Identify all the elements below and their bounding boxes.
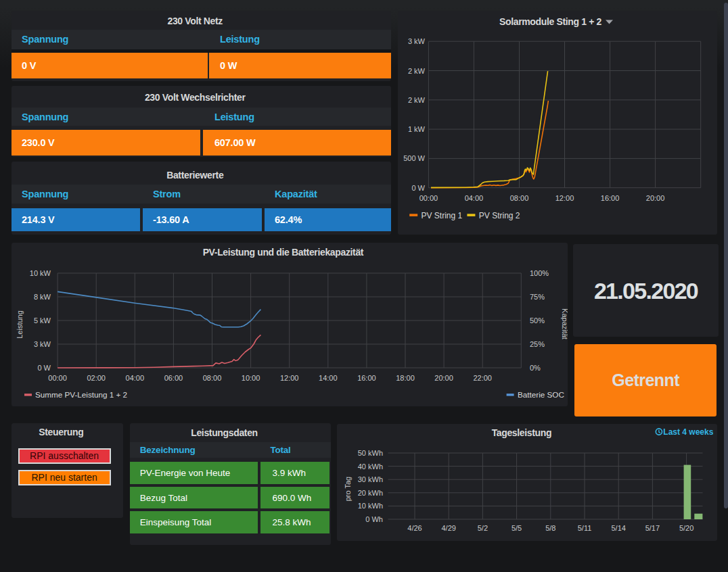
- svg-text:30 kWh: 30 kWh: [357, 475, 382, 483]
- svg-text:Kapazität: Kapazität: [561, 308, 568, 339]
- svg-text:02:00: 02:00: [87, 373, 106, 381]
- svg-text:40 kWh: 40 kWh: [357, 462, 382, 471]
- svg-text:5/17: 5/17: [645, 524, 659, 532]
- svg-text:PV String 1: PV String 1: [422, 211, 463, 220]
- svg-text:Tagesleistung: Tagesleistung: [491, 427, 551, 438]
- svg-text:Summe PV-Leistung 1 + 2: Summe PV-Leistung 1 + 2: [35, 389, 127, 398]
- svg-text:3 kW: 3 kW: [34, 340, 51, 348]
- svg-text:12:00: 12:00: [555, 194, 574, 202]
- svg-text:08:00: 08:00: [203, 373, 222, 381]
- svg-text:3 kW: 3 kW: [408, 37, 426, 45]
- svg-text:00:00: 00:00: [48, 373, 67, 381]
- svg-text:50%: 50%: [530, 316, 545, 325]
- svg-text:25%: 25%: [530, 340, 545, 348]
- svg-text:04:00: 04:00: [465, 194, 484, 202]
- svg-text:04:00: 04:00: [126, 373, 145, 381]
- svg-text:Leistung: Leistung: [16, 310, 24, 339]
- svg-text:16:00: 16:00: [357, 373, 376, 381]
- svg-text:Last 4 weeks: Last 4 weeks: [663, 427, 713, 437]
- svg-text:20:00: 20:00: [646, 194, 665, 202]
- svg-text:75%: 75%: [530, 293, 545, 301]
- svg-text:5 kW: 5 kW: [34, 316, 51, 325]
- svg-text:Solarmodule Sting 1 + 2: Solarmodule Sting 1 + 2: [499, 16, 602, 27]
- svg-text:Batterie SOC: Batterie SOC: [518, 389, 564, 398]
- svg-text:5/14: 5/14: [611, 524, 625, 532]
- svg-text:0%: 0%: [530, 364, 541, 372]
- svg-text:14:00: 14:00: [319, 373, 338, 381]
- svg-text:12:00: 12:00: [280, 373, 299, 381]
- svg-text:08:00: 08:00: [510, 194, 529, 202]
- svg-text:PV String 2: PV String 2: [479, 211, 520, 220]
- svg-text:4/26: 4/26: [407, 524, 422, 532]
- svg-text:20:00: 20:00: [434, 373, 453, 381]
- svg-text:50 kWh: 50 kWh: [357, 449, 382, 457]
- svg-text:0 Wh: 0 Wh: [365, 515, 383, 523]
- svg-text:100%: 100%: [530, 269, 549, 277]
- svg-text:06:00: 06:00: [164, 373, 183, 381]
- svg-text:2 kW: 2 kW: [408, 96, 426, 104]
- svg-text:00:00: 00:00: [419, 194, 438, 202]
- svg-text:5/20: 5/20: [679, 524, 693, 532]
- svg-text:5/2: 5/2: [477, 524, 487, 532]
- svg-text:20 kWh: 20 kWh: [357, 489, 382, 497]
- svg-text:5/11: 5/11: [577, 524, 591, 532]
- svg-text:5/5: 5/5: [511, 524, 522, 532]
- svg-text:10 kW: 10 kW: [30, 269, 51, 277]
- svg-text:8 kW: 8 kW: [34, 293, 51, 301]
- svg-text:16:00: 16:00: [601, 194, 620, 202]
- svg-text:5/8: 5/8: [545, 524, 555, 532]
- svg-text:pro Tag: pro Tag: [344, 477, 352, 502]
- svg-text:18:00: 18:00: [396, 373, 415, 381]
- svg-text:500 W: 500 W: [403, 154, 425, 162]
- svg-text:4/29: 4/29: [441, 524, 455, 532]
- svg-text:10 kWh: 10 kWh: [357, 502, 382, 510]
- svg-text:PV-Leistung und die Batterieka: PV-Leistung und die Batteriekapazität: [203, 246, 364, 257]
- svg-text:22:00: 22:00: [473, 373, 492, 381]
- svg-text:0 W: 0 W: [411, 184, 425, 192]
- svg-text:1 kW: 1 kW: [408, 125, 426, 133]
- svg-text:0 W: 0 W: [37, 364, 51, 372]
- svg-text:10:00: 10:00: [242, 373, 260, 381]
- svg-text:2 kW: 2 kW: [408, 67, 426, 75]
